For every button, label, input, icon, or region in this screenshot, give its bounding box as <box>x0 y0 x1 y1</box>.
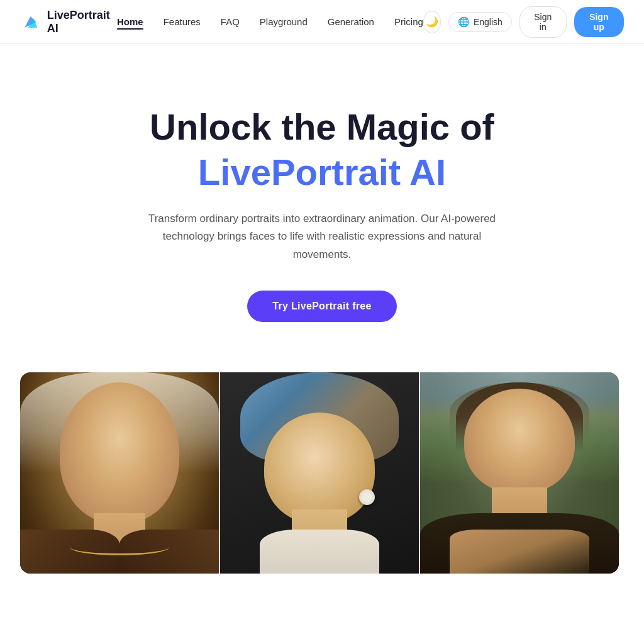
language-label: English <box>474 17 502 27</box>
logo[interactable]: LivePortrait AI <box>20 9 117 35</box>
cta-button[interactable]: Try LivePortrait free <box>247 291 396 322</box>
header-controls: 🌙 🌐 English Sign in Sign up <box>423 6 624 38</box>
hero-title: Unlock the Magic of LivePortrait AI <box>150 107 494 210</box>
portrait-1-face <box>60 382 179 523</box>
dark-mode-button[interactable]: 🌙 <box>423 11 441 33</box>
portrait-1-block <box>20 372 219 574</box>
nav-faq[interactable]: FAQ <box>221 16 240 27</box>
moon-icon: 🌙 <box>426 16 438 28</box>
portrait-3-face <box>464 389 575 493</box>
nav-features[interactable]: Features <box>164 16 201 27</box>
portrait-2-block <box>220 372 419 574</box>
globe-icon: 🌐 <box>458 16 470 28</box>
portrait-gallery <box>20 372 619 574</box>
portrait-1 <box>20 372 220 574</box>
signup-button[interactable]: Sign up <box>574 7 624 37</box>
portrait-2-face <box>264 413 375 523</box>
brand-name: LivePortrait AI <box>47 9 117 35</box>
nav-generation[interactable]: Generation <box>328 16 374 27</box>
portrait-3-hands <box>450 530 589 574</box>
logo-icon <box>20 11 41 33</box>
gallery-section <box>0 372 644 574</box>
language-selector[interactable]: 🌐 English <box>448 12 512 32</box>
nav-home[interactable]: Home <box>117 16 143 27</box>
nav-playground[interactable]: Playground <box>260 16 308 27</box>
nav-pricing[interactable]: Pricing <box>394 16 423 27</box>
portrait-2-earring <box>359 489 375 506</box>
portrait-2-collar <box>260 530 379 574</box>
hero-title-line2: LivePortrait AI <box>150 152 494 192</box>
hero-section: Unlock the Magic of LivePortrait AI Tran… <box>0 44 644 372</box>
main-nav: Home Features FAQ Playground Generation … <box>117 16 423 27</box>
portrait-3-block <box>420 372 619 574</box>
signin-button[interactable]: Sign in <box>519 6 567 38</box>
header: LivePortrait AI Home Features FAQ Playgr… <box>0 0 644 44</box>
hero-subtitle: Transform ordinary portraits into extrao… <box>133 210 511 265</box>
portrait-2 <box>220 372 420 574</box>
portrait-3 <box>420 372 619 574</box>
hero-title-line1: Unlock the Magic of <box>150 107 494 147</box>
